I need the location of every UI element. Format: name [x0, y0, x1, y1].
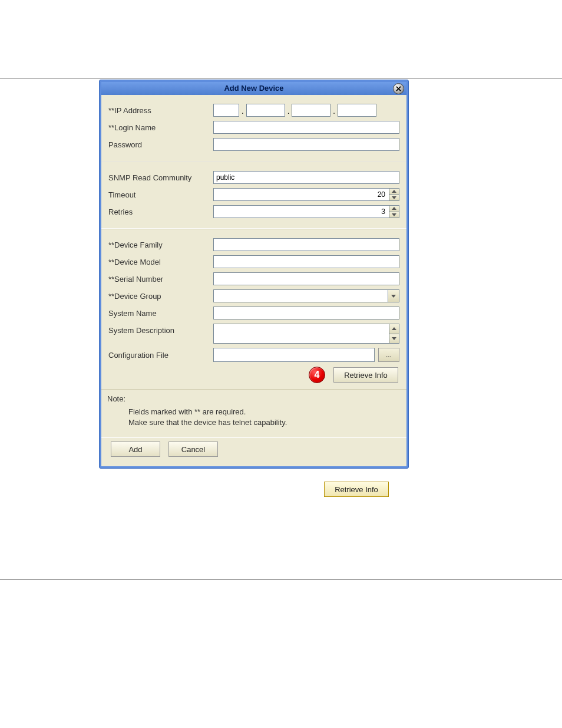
timeout-spinner	[213, 188, 399, 201]
dialog-content: **IP Address . . .	[101, 95, 406, 466]
serial-number-input	[213, 272, 399, 285]
ip-octet-1[interactable]	[213, 104, 239, 117]
sysdesc-scroll-up[interactable]	[389, 324, 399, 334]
chevron-down-icon	[392, 213, 396, 216]
dialog-footer: Add Cancel	[101, 438, 406, 466]
device-family-label: **Device Family	[108, 241, 213, 249]
device-model-input	[213, 255, 399, 268]
system-description-group	[213, 324, 399, 344]
cancel-button[interactable]: Cancel	[168, 442, 218, 457]
snmp-community-label: SNMP Read Community	[108, 173, 213, 182]
retries-decrement[interactable]	[389, 212, 399, 219]
section-device: **Device Family **Device Model **Serial …	[101, 229, 406, 389]
add-new-device-dialog: Add New Device **IP Address	[99, 80, 409, 469]
note-line-1: Fields marked with ** are required.	[128, 407, 401, 417]
timeout-input[interactable]	[213, 188, 389, 201]
timeout-increment[interactable]	[389, 188, 399, 195]
step-callout-4: 4	[309, 367, 325, 383]
configuration-file-label: Configuration File	[108, 351, 213, 360]
device-group-label: **Device Group	[108, 292, 213, 301]
retrieve-info-button[interactable]: Retrieve Info	[333, 367, 398, 383]
close-button[interactable]	[393, 83, 404, 94]
ip-dot: .	[332, 107, 336, 117]
top-divider	[0, 78, 562, 78]
login-name-label: **Login Name	[108, 123, 213, 132]
chevron-up-icon	[392, 327, 396, 330]
browse-button[interactable]: ...	[378, 348, 399, 362]
ip-address-label: **IP Address	[108, 106, 213, 115]
device-group-dropdown-button[interactable]	[388, 289, 399, 302]
bottom-divider	[0, 579, 562, 580]
chevron-down-icon	[391, 295, 396, 298]
serial-number-label: **Serial Number	[108, 275, 213, 284]
system-name-input[interactable]	[213, 307, 399, 319]
chevron-down-icon	[392, 196, 396, 199]
chevron-down-icon	[392, 337, 396, 340]
dialog-title: Add New Device	[224, 84, 283, 93]
close-icon	[396, 86, 401, 91]
system-name-label: System Name	[108, 309, 213, 318]
snmp-community-input[interactable]	[213, 171, 399, 184]
add-button[interactable]: Add	[111, 442, 160, 457]
note-line-2: Make sure that the device has telnet cap…	[128, 417, 401, 428]
system-description-label: System Description	[108, 324, 213, 335]
system-description-input[interactable]	[213, 324, 389, 344]
device-model-label: **Device Model	[108, 258, 213, 266]
note-heading: Note:	[107, 394, 401, 403]
ip-address-input-group: . . .	[213, 104, 376, 117]
device-group-combo	[213, 289, 399, 302]
ip-octet-4[interactable]	[338, 104, 376, 117]
configuration-file-group: ...	[213, 348, 399, 362]
timeout-label: Timeout	[108, 190, 213, 199]
retrieve-info-external-button[interactable]: Retrieve Info	[324, 482, 389, 497]
password-input[interactable]	[213, 138, 399, 151]
chevron-up-icon	[392, 190, 396, 193]
sysdesc-scroll-down[interactable]	[389, 334, 399, 344]
chevron-up-icon	[392, 207, 396, 210]
section-snmp: SNMP Read Community Timeout	[101, 162, 406, 229]
device-family-input	[213, 238, 399, 251]
retries-increment[interactable]	[389, 205, 399, 212]
retries-spinner	[213, 205, 399, 218]
device-group-input[interactable]	[213, 289, 388, 302]
ip-dot: .	[240, 107, 245, 117]
ip-octet-3[interactable]	[292, 104, 330, 117]
login-name-input[interactable]	[213, 121, 399, 134]
section-connection: **IP Address . . .	[101, 95, 406, 162]
password-label: Password	[108, 140, 213, 149]
dialog-titlebar: Add New Device	[101, 82, 406, 95]
configuration-file-input[interactable]	[213, 348, 375, 362]
ip-octet-2[interactable]	[246, 104, 285, 117]
retries-label: Retries	[108, 207, 213, 216]
ip-dot: .	[286, 107, 291, 117]
retries-input[interactable]	[213, 205, 389, 218]
timeout-decrement[interactable]	[389, 195, 399, 202]
section-note: Note: Fields marked with ** are required…	[101, 389, 406, 438]
